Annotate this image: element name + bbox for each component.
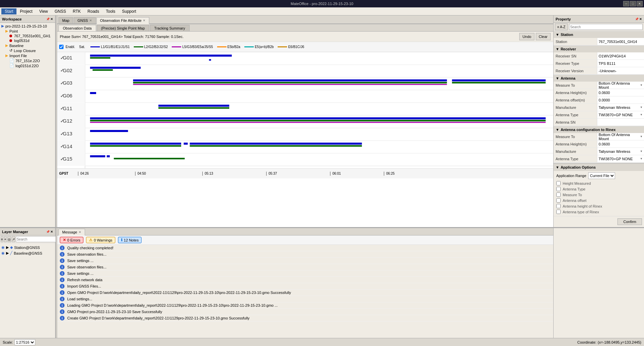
svg-rect-55 [190,145,362,147]
tab-message[interactable]: Message ✕ [58,229,85,236]
antenna-type-opt-checkbox[interactable] [556,187,561,191]
enable-all-checkbox[interactable] [59,45,64,49]
layer-close-icon[interactable]: ✕ [50,230,53,233]
menu-rtk[interactable]: RTK [70,8,84,14]
tab-map[interactable]: Map [58,17,73,24]
layer-tb-btn-3[interactable]: ◎ [7,236,11,242]
antenna-height-rinex-checkbox[interactable] [556,204,561,208]
antenna-type-value[interactable]: TWI3870+GP NONE ▼ [597,111,644,118]
layer-pin-icon[interactable]: 📌 [46,230,50,233]
property-search-input[interactable] [569,24,643,30]
receiver-sn-value[interactable]: O1WV2P4GH14 [597,52,644,59]
receiver-version-value[interactable]: -Unknown- [597,67,644,74]
msg-text: Create GMO Project D:\work\department\da… [67,316,249,320]
warnings-count: 0 Warnings [94,238,112,242]
rinex-type-value[interactable]: TWI3870+GP NONE ▼ [597,155,644,162]
tree-item-root[interactable]: ▶pro-2022-11-29-15-23-10 [1,24,54,29]
receiver-version-label: Receiver Version [554,67,597,74]
rinex-manufacture-value[interactable]: Tallysman Wireless ▼ [597,148,644,155]
app-range-select[interactable]: Current File [588,172,615,179]
rinex-height-value[interactable]: 0.0600 [597,140,644,147]
manufacture-value[interactable]: Tallysman Wireless ▼ [597,104,644,111]
tree-item-baseline[interactable]: ▶Baseline [1,43,54,48]
measure-to-value[interactable]: Bottom Of Antenna Mount ▼ [597,82,644,89]
rinex-type-label: Antenna Type [554,155,597,162]
tab-gnss[interactable]: GNSS ✕ [74,17,95,24]
tab-gnss-close-icon[interactable]: ✕ [89,19,92,22]
measure-to-row: Measure To Bottom Of Antenna Mount ▼ [554,82,644,89]
menu-view[interactable]: View [36,8,51,14]
tree-item-file2[interactable]: 📄log0151d.22O [1,63,54,68]
menu-start[interactable]: Start [1,8,16,14]
az-sort-button[interactable]: ≡ A-Z [555,24,568,30]
time-05-13: │ 05:13 [202,172,213,175]
maximize-button[interactable]: □ [630,1,636,6]
undo-button[interactable]: Undo [519,33,534,40]
tree-item-importfile[interactable]: ▶Import File [1,53,54,58]
workspace-close-icon[interactable]: ✕ [50,17,53,21]
height-measured-checkbox[interactable] [556,181,561,185]
antenna-section-header[interactable]: ▼ Antenna [554,75,644,82]
prop-close-icon[interactable]: ✕ [639,17,642,21]
layer-search-input[interactable] [16,236,61,242]
rinex-measure-to-value[interactable]: Bottom Of Antenna Mount ▼ [597,133,644,140]
layer-station-gnss[interactable]: ◉ ▶ ◆ Station@GNSS [1,245,54,250]
rinex-height-row: Antenna Height(m) 0.0600 [554,140,644,148]
property-header: Property 📌 ✕ [554,15,644,23]
msg-text: Quality checking completed! [67,246,114,250]
tab-obs-attr-close-icon[interactable]: ✕ [143,19,146,22]
observation-chart[interactable]: Enabl. Sat. L1/G1/B1/E1/J1/S1 L2/G2/B2/J… [57,42,553,227]
message-tab-close-icon[interactable]: ✕ [79,230,81,234]
tree-item-rec2[interactable]: log0531d [1,38,54,43]
tree-item-point[interactable]: ▶Point [1,29,54,34]
layer-tb-btn-1[interactable]: ≡ [1,236,3,242]
minimize-button[interactable]: ─ [623,1,629,6]
tab-obs-attr[interactable]: Observation File Attribute ✕ [96,17,150,24]
antenna-height-rinex-label: Antenna height of Rinex [563,204,602,208]
measure-to-opt-checkbox[interactable] [556,192,561,197]
antenna-sn-value[interactable] [597,119,644,126]
workspace-pin-icon[interactable]: 📌 [46,17,50,21]
menu-support[interactable]: Support [119,8,139,14]
scale-select[interactable]: 1:27516 [14,339,35,345]
tree-item-file1[interactable]: 📄767_151e.22O [1,58,54,63]
layer-tb-btn-4[interactable]: ↗ [12,236,15,242]
svg-rect-19 [133,79,447,81]
menu-tools[interactable]: Tools [103,8,119,14]
confirm-button[interactable]: Confirm [617,218,642,225]
warnings-badge[interactable]: ⚠ 0 Warnings [86,237,115,243]
layer-baseline-expand-icon: ▶ [6,251,9,255]
antenna-height-value[interactable]: 0.0600 [597,89,644,96]
errors-badge[interactable]: ✕ 0 Errors [60,237,83,243]
antenna-offset-value[interactable]: 0.0000 [597,96,644,103]
antenna-rinex-section-header[interactable]: ▼ Antenna configuration to Rinex [554,126,644,133]
receiver-section-header[interactable]: ▼ Receiver [554,46,644,52]
tree-item-loopclosure[interactable]: ↺Loop Closure [1,48,54,53]
message-tab-label: Message [62,230,77,234]
tree-item-rec1[interactable]: 767_70531e001_GH1 [1,34,54,38]
center-panel: Map GNSS ✕ Observation File Attribute ✕ … [57,15,553,227]
tab-observation-data[interactable]: Observation Data [58,25,96,31]
station-section-header[interactable]: ▼ Station [554,31,644,38]
tab-tracking[interactable]: Tracking Summary [150,25,190,31]
notes-badge[interactable]: ℹ 12 Notes [118,237,142,243]
menu-project[interactable]: Project [16,8,36,14]
message-item-7: iOpen GMO Project D:\work\department\dai… [57,290,553,296]
rinex-type-dropdown-icon: ▼ [640,157,643,160]
clear-button[interactable]: Clear [536,33,551,40]
close-button[interactable]: ✕ [637,1,643,6]
svg-rect-61 [107,155,110,157]
menu-gnss[interactable]: GNSS [51,8,70,14]
receiver-type-value[interactable]: TPS B111 [597,60,644,67]
antenna-type-rinex-checkbox[interactable] [556,210,561,214]
layer-tb-btn-2[interactable]: + [4,236,7,242]
app-options-header[interactable]: ▼ Application Options [554,164,644,171]
prop-pin-icon[interactable]: 📌 [635,17,639,21]
tree-item-label: pro-2022-11-29-15-23-10 [5,24,47,28]
receiver-type-row: Receiver Type TPS B111 [554,60,644,67]
menu-roads[interactable]: Roads [84,8,103,14]
station-value[interactable]: 767_70531e001_GH14 [597,38,644,45]
antenna-offset-opt-checkbox[interactable] [556,198,561,203]
layer-baseline-gnss[interactable]: ◉ ▶ ╱ Baseline@GNSS [1,250,54,256]
tab-precise-map[interactable]: (Precise) Single Point Map [97,25,149,31]
